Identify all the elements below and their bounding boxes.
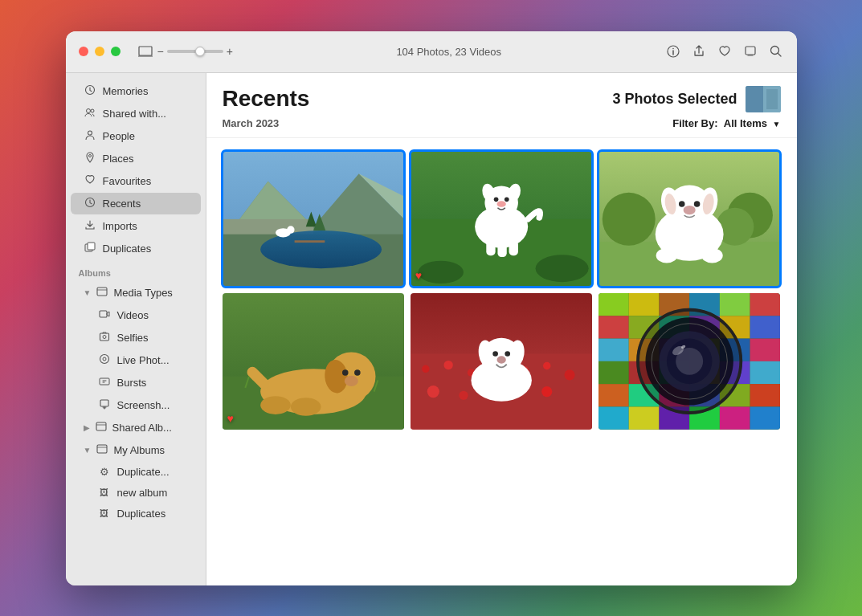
photo-item-4[interactable]: ♥ [223, 293, 404, 430]
places-icon [84, 152, 96, 165]
svg-rect-122 [750, 339, 781, 361]
sidebar-item-favourites[interactable]: Favourites [71, 170, 201, 192]
rotate-button[interactable] [742, 43, 758, 59]
duplicates2-icon: 🖼 [98, 508, 111, 518]
slideshow-icon[interactable] [137, 43, 154, 60]
svg-point-71 [656, 247, 677, 263]
svg-rect-106 [629, 293, 660, 316]
sidebar-my-albums-collapse[interactable]: ▼ My Albums [71, 439, 201, 461]
maximize-button[interactable] [111, 47, 121, 56]
sidebar-item-duplicates[interactable]: Duplicates [71, 238, 201, 259]
svg-rect-55 [497, 240, 506, 257]
page-title: Recents [223, 86, 310, 112]
zoom-out-button[interactable]: − [157, 45, 164, 58]
sidebar-item-new-album[interactable]: 🖼 new album [71, 483, 201, 503]
svg-rect-28 [746, 86, 763, 112]
media-types-label: Media Types [113, 287, 172, 299]
sidebar-item-people[interactable]: People [71, 125, 201, 147]
photo-item-3[interactable] [598, 151, 780, 288]
search-button[interactable] [768, 43, 784, 59]
shared-albums-label: Shared Alb... [112, 422, 172, 434]
zoom-slider-thumb[interactable] [195, 47, 205, 56]
sidebar-item-screenshots[interactable]: Screensh... [71, 394, 201, 416]
sidebar-item-places[interactable]: Places [71, 148, 201, 169]
selection-text: 3 Photos Selected [612, 91, 737, 108]
bursts-icon [98, 376, 111, 390]
svg-point-82 [290, 398, 321, 416]
selection-info: 3 Photos Selected [612, 86, 780, 112]
filter-chevron-icon: ▼ [773, 120, 781, 129]
app-window: − + 104 Photos, 23 Videos [66, 31, 797, 585]
sidebar-item-imports[interactable]: Imports [71, 215, 201, 237]
titlebar-actions [665, 43, 784, 59]
svg-rect-17 [100, 311, 107, 317]
sidebar-item-selfies[interactable]: Selfies [71, 327, 201, 349]
sidebar-item-bursts[interactable]: Bursts [71, 372, 201, 394]
share-button[interactable] [691, 43, 707, 59]
svg-rect-30 [766, 89, 778, 109]
svg-rect-18 [100, 333, 108, 341]
sidebar-item-shared[interactable]: Shared with... [71, 103, 201, 124]
filter-value: All Items [724, 117, 767, 129]
favourites-label: Favourites [103, 175, 152, 187]
svg-point-70 [684, 205, 696, 214]
main-content: Recents 3 Photos Selected [206, 73, 797, 585]
duplicates-icon [84, 242, 96, 255]
svg-rect-111 [598, 316, 629, 339]
sidebar-item-duplicates2[interactable]: 🖼 Duplicates [71, 504, 201, 524]
photo-item-5[interactable] [411, 293, 592, 430]
close-button[interactable] [79, 47, 88, 56]
heart-badge-4: ♥ [227, 412, 234, 425]
svg-rect-56 [509, 240, 517, 255]
photo-item-2[interactable]: ♥ [411, 151, 592, 288]
svg-point-94 [427, 386, 439, 398]
svg-point-69 [694, 201, 701, 207]
svg-rect-25 [96, 422, 106, 430]
duplicates-album-icon: ⚙ [98, 466, 111, 478]
minimize-button[interactable] [95, 47, 104, 56]
svg-rect-139 [720, 407, 750, 430]
live-photos-label: Live Phot... [117, 354, 170, 366]
sidebar-item-live-photos[interactable]: Live Phot... [71, 349, 201, 371]
svg-point-11 [88, 131, 92, 135]
svg-point-20 [100, 354, 108, 363]
photo-item-6[interactable] [598, 293, 780, 430]
imports-icon [84, 219, 96, 233]
sidebar-item-memories[interactable]: Memories [71, 80, 201, 102]
videos-label: Videos [117, 309, 149, 321]
favourites-icon [84, 174, 96, 188]
zoom-slider-track[interactable] [167, 50, 223, 53]
svg-point-93 [564, 369, 574, 380]
svg-point-101 [492, 351, 498, 357]
titlebar: − + 104 Photos, 23 Videos [66, 31, 797, 73]
zoom-in-button[interactable]: + [227, 45, 233, 58]
sidebar-item-duplicates-album[interactable]: ⚙ Duplicate... [71, 462, 201, 482]
svg-rect-117 [598, 339, 629, 361]
places-label: Places [103, 153, 134, 165]
sidebar-item-videos[interactable]: Videos [71, 304, 201, 326]
sidebar-media-types-collapse[interactable]: ▼ Media Types [71, 282, 201, 304]
filter-dropdown[interactable]: Filter By: All Items ▼ [672, 117, 780, 129]
bursts-label: Bursts [117, 377, 147, 389]
shared-albums-chevron-icon: ▶ [84, 423, 90, 432]
sidebar-item-recents[interactable]: Recents [71, 193, 201, 214]
svg-rect-110 [750, 293, 781, 316]
svg-rect-105 [598, 293, 629, 316]
sidebar-shared-albums-collapse[interactable]: ▶ Shared Alb... [71, 417, 201, 439]
new-album-icon: 🖼 [98, 487, 111, 497]
svg-point-95 [459, 391, 468, 400]
svg-point-102 [505, 351, 510, 357]
svg-point-45 [418, 260, 464, 283]
my-albums-label: My Albums [113, 444, 165, 456]
shared-albums-icon [95, 421, 108, 434]
svg-point-59 [603, 192, 656, 245]
photo-item-1[interactable] [223, 151, 404, 288]
svg-point-9 [86, 108, 90, 112]
favourite-button[interactable] [717, 43, 733, 59]
main-header-bottom: March 2023 Filter By: All Items ▼ [223, 117, 781, 129]
shared-icon [84, 107, 96, 120]
svg-point-53 [496, 201, 505, 207]
info-button[interactable] [665, 43, 681, 59]
memories-icon [84, 84, 96, 98]
svg-rect-0 [139, 47, 152, 55]
